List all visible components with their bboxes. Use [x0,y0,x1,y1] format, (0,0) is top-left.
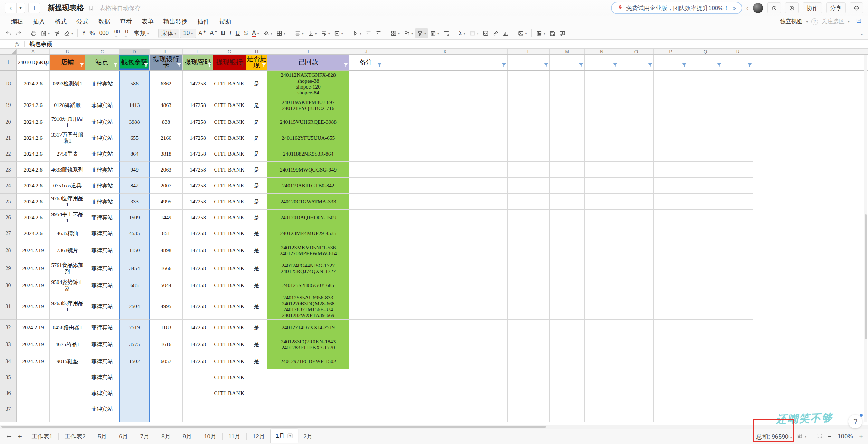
cell-Q26[interactable] [688,210,723,225]
cell-B20[interactable]: 7910玩具用品1 [50,114,85,130]
cell-F31[interactable]: 147258 [183,293,213,320]
cell-E24[interactable]: 2007 [150,178,183,194]
cell-H31[interactable]: 是 [246,293,267,320]
cell-K26[interactable] [383,210,508,225]
column-header-L[interactable]: L [508,49,550,54]
filter-icon[interactable] [648,63,653,69]
cell-Q37[interactable] [688,401,723,417]
row-header-21[interactable]: 21 [0,130,17,146]
cell-H35[interactable] [246,369,267,385]
cell-I22[interactable]: 24011882NK9S3R-864 [267,146,349,162]
back-button[interactable]: ‹ [5,3,17,13]
cell-R30[interactable] [723,277,753,293]
sheet-tab-12月[interactable]: 12月 [247,429,270,444]
cell-N31[interactable] [585,293,619,320]
cell-N21[interactable] [585,130,619,146]
cell-Q23[interactable] [688,162,723,178]
cell-R28[interactable] [723,241,753,259]
filter-button[interactable]: ▾ [415,28,428,38]
menu-item[interactable]: 输出转换 [159,17,192,26]
cell-K35[interactable] [383,369,508,385]
cell-Q27[interactable] [688,225,723,241]
menu-item[interactable]: 表单 [137,17,159,26]
sheet-tab-2月[interactable]: 2月 [298,429,318,444]
cell-Q33[interactable] [688,335,723,353]
sort-icon[interactable]: ▾ [402,28,415,38]
cell-E18[interactable]: 6362 [150,71,183,96]
cell-B37[interactable] [50,401,85,417]
sheet-tab-1月[interactable]: 1月▾ [270,429,299,443]
cell-K34[interactable] [383,353,508,369]
header-cell-J[interactable]: 备注 [349,55,383,70]
cell-P37[interactable] [654,401,688,417]
image-icon[interactable]: ▾ [516,28,529,38]
history-button[interactable] [767,2,781,13]
cell-R37[interactable] [723,401,753,417]
eraser-icon[interactable]: ▾ [62,28,75,38]
menu-item[interactable]: 查看 [115,17,137,26]
cell-R21[interactable] [723,130,753,146]
cell-J21[interactable] [349,130,383,146]
cell-P27[interactable] [654,225,688,241]
cell-Q24[interactable] [688,178,723,194]
cell-K20[interactable] [383,114,508,130]
row-header-19[interactable]: 19 [0,96,17,114]
cell-K29[interactable] [383,259,508,277]
filter-icon[interactable] [501,63,507,69]
cell-G37[interactable] [213,401,246,417]
font-size-select[interactable]: 10▾ [180,29,196,38]
cell-I35[interactable] [267,369,349,385]
column-header-Q[interactable]: Q [688,49,723,54]
cell-F36[interactable] [183,385,213,401]
cell-O37[interactable] [619,401,654,417]
cell-O31[interactable] [619,293,654,320]
cell-B31[interactable]: 9263医疗用品1 [50,293,85,320]
cell-K27[interactable] [383,225,508,241]
cell-C18[interactable]: 菲律宾站 [85,71,119,96]
independent-view-menu[interactable]: 独立视图 [780,18,803,25]
cell-A21[interactable]: 2024.2.6 [17,130,50,146]
row-header-24[interactable]: 24 [0,178,17,194]
cell-A28[interactable]: 2024.2.19 [17,241,50,259]
cell-I33[interactable]: 2401283FQ7R0KN-18432401283FT1EBX7-1770 [267,335,349,353]
cell-L32[interactable] [508,320,550,335]
filter-icon[interactable] [261,63,266,69]
cell-L37[interactable] [508,401,550,417]
cell-M19[interactable] [550,96,585,114]
cell-F20[interactable]: 147258 [183,114,213,130]
cell-J33[interactable] [349,335,383,353]
pivot-icon[interactable]: ▾ [468,28,480,38]
sheet-tab-7月[interactable]: 7月 [135,429,154,444]
cell-L33[interactable] [508,335,550,353]
help-button[interactable]: ? [848,415,862,428]
cell-R36[interactable] [723,385,753,401]
column-header-A[interactable]: A [17,49,50,54]
cell-D25[interactable]: 333 [119,194,150,210]
cell-F18[interactable]: 147258 [183,71,213,96]
cell-D27[interactable]: 4535 [119,225,150,241]
filter-icon[interactable] [207,63,212,69]
cell-E32[interactable]: 1183 [150,320,183,335]
upgrade-banner[interactable]: 免费试用企业版，团队效率提升100%！ » [611,2,742,14]
font-family-select[interactable]: 宋体▾ [158,29,179,38]
cell-K21[interactable] [383,130,508,146]
cell-L27[interactable] [508,225,550,241]
cell-H25[interactable]: 是 [246,194,267,210]
sheet-tab-6月[interactable]: 6月 [114,429,133,444]
cell-C31[interactable]: 菲律宾站 [85,293,119,320]
cell-J34[interactable] [349,353,383,369]
cell-B23[interactable]: 4633眼镜系列 [50,162,85,178]
increase-font-icon[interactable]: A+ [197,28,207,38]
cell-J31[interactable] [349,293,383,320]
cell-A23[interactable]: 2024.2.6 [17,162,50,178]
column-header-I[interactable]: I [267,49,349,54]
cell-I18[interactable]: 240112NAKTGNFX-828shopee-38shopee-120sho… [267,71,349,96]
cell-O18[interactable] [619,71,654,96]
cell-H21[interactable]: 是 [246,130,267,146]
cell-C19[interactable]: 菲律宾站 [85,96,119,114]
cell-C37[interactable]: 菲律宾站 [85,401,119,417]
save-icon[interactable] [548,28,557,38]
cell-I37[interactable] [267,401,349,417]
column-header-R[interactable]: R [723,49,753,54]
cell-A19[interactable]: 2024.2.6 [17,96,50,114]
